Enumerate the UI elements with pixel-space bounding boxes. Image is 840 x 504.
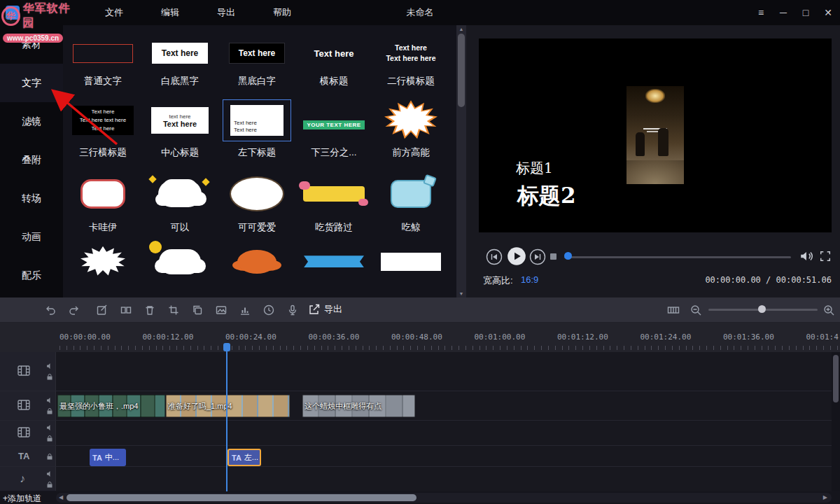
aspect-ratio-value[interactable]: 16:9 <box>521 274 538 285</box>
delete-icon[interactable] <box>143 303 157 317</box>
template-cell-9[interactable]: 前方高能 <box>372 99 449 161</box>
template-cell-11[interactable]: 可以 <box>141 172 218 236</box>
scrollbar-thumb[interactable] <box>66 494 416 501</box>
template-cell-5[interactable]: Text hereText here text hereText here三行横… <box>64 99 141 161</box>
track-volume-icon[interactable] <box>46 397 53 404</box>
track-lock-icon[interactable] <box>46 453 53 460</box>
template-cell-6[interactable]: text hereText here中心标题 <box>141 99 218 161</box>
track-lock-icon[interactable] <box>46 373 53 380</box>
track-header[interactable] <box>0 352 56 391</box>
seek-handle[interactable] <box>564 252 572 260</box>
template-thumb-frame <box>146 172 214 216</box>
template-cell-19[interactable] <box>372 246 449 298</box>
stop-button[interactable] <box>550 253 556 260</box>
template-cell-15[interactable] <box>64 246 141 298</box>
timeline-zoom-handle[interactable] <box>758 305 766 313</box>
template-cell-13[interactable]: 吃货路过 <box>295 172 372 236</box>
track-lock-icon[interactable] <box>46 407 53 414</box>
next-frame-button[interactable] <box>529 248 546 268</box>
undo-icon[interactable] <box>43 303 57 317</box>
template-cell-18[interactable] <box>295 246 372 298</box>
minimize-button[interactable]: ─ <box>777 7 790 18</box>
preview-status-row: 宽高比: 16:9 00:00:00.00 / 00:00:51.06 <box>466 272 840 290</box>
scroll-right-icon[interactable]: ▶ <box>823 494 827 500</box>
timeline-ruler[interactable]: 00:00:00.0000:00:12.0000:00:24.0000:00:3… <box>0 323 840 352</box>
template-cell-0[interactable]: 普通文字 <box>64 36 141 90</box>
template-cell-17[interactable] <box>218 246 295 298</box>
video-clip[interactable]: 这个蜡烛中框雕得有点 <box>302 395 415 417</box>
microphone-icon[interactable] <box>286 303 300 317</box>
scroll-down-icon[interactable]: ▼ <box>456 291 466 296</box>
template-cell-1[interactable]: Text here白底黑字 <box>141 36 218 90</box>
video-clip[interactable]: 准备好了吗_1.mp4 <box>166 395 290 417</box>
template-cell-3[interactable]: Text here横标题 <box>295 36 372 90</box>
track-header[interactable]: TA <box>0 446 56 466</box>
previous-frame-button[interactable] <box>486 248 503 268</box>
copy-icon[interactable] <box>190 303 204 317</box>
scroll-up-icon[interactable]: ▲ <box>456 27 466 31</box>
template-cell-8[interactable]: YOUR TEXT HERE下三分之... <box>295 99 372 161</box>
play-button[interactable] <box>507 246 526 269</box>
zoom-out-icon[interactable] <box>689 303 703 317</box>
video-clip[interactable]: 最坚强的小鲁班，.mp4 <box>57 395 165 417</box>
track-lane[interactable] <box>56 421 832 445</box>
chart-icon[interactable] <box>238 303 252 317</box>
text-clip[interactable]: TA中... <box>90 449 126 466</box>
track-header[interactable] <box>0 391 56 420</box>
fullscreen-icon[interactable] <box>819 250 832 265</box>
hamburger-menu-icon[interactable]: ≡ <box>755 7 767 18</box>
track-lane[interactable] <box>56 352 832 391</box>
track-lock-icon[interactable] <box>46 481 53 488</box>
template-cell-12[interactable]: 可可爱爱 <box>218 172 295 236</box>
track-volume-icon[interactable] <box>46 363 53 370</box>
menu-item-edit[interactable]: 编辑 <box>154 6 186 19</box>
close-button[interactable]: ✕ <box>822 7 834 18</box>
edit-icon[interactable] <box>95 303 109 317</box>
menu-item-export[interactable]: 导出 <box>210 6 242 19</box>
track-header[interactable] <box>0 421 56 445</box>
track-volume-icon[interactable] <box>46 470 53 477</box>
split-icon[interactable] <box>119 303 133 317</box>
template-cell-14[interactable]: 吃鲸 <box>372 172 449 236</box>
track-header[interactable]: ♪ <box>0 467 56 491</box>
text-lane[interactable] <box>56 446 832 466</box>
template-cell-4[interactable]: Text hereText here here二行横标题 <box>372 36 449 90</box>
seek-bar[interactable] <box>564 256 791 258</box>
export-button[interactable]: 导出 <box>308 303 342 316</box>
playhead[interactable] <box>226 344 227 491</box>
maximize-button[interactable]: □ <box>799 7 812 18</box>
fit-timeline-icon[interactable] <box>666 303 680 317</box>
sidebar-item-animation[interactable]: 动画 <box>0 218 63 256</box>
image-icon[interactable] <box>214 303 228 317</box>
sidebar-item-transition[interactable]: 转场 <box>0 179 63 218</box>
track-volume-icon[interactable] <box>46 424 53 431</box>
menu-item-file[interactable]: 文件 <box>98 6 130 19</box>
scrollbar-thumb[interactable] <box>833 355 839 402</box>
add-track-button[interactable]: +添加轨道 <box>3 493 41 504</box>
playhead-handle[interactable] <box>223 343 230 351</box>
sidebar-item-filter[interactable]: 滤镜 <box>0 102 63 141</box>
tracks-scrollbar-vertical[interactable] <box>832 352 840 491</box>
sidebar-item-music[interactable]: 配乐 <box>0 256 63 295</box>
volume-icon[interactable] <box>799 249 815 266</box>
clock-icon[interactable] <box>262 303 276 317</box>
template-cell-16[interactable] <box>141 246 218 298</box>
scrollbar-thumb[interactable] <box>458 34 465 107</box>
template-cell-2[interactable]: Text here黑底白字 <box>218 36 295 90</box>
timeline-scrollbar-horizontal[interactable]: ◀ ▶ <box>56 493 832 503</box>
crop-icon[interactable] <box>167 303 181 317</box>
redo-icon[interactable] <box>67 303 81 317</box>
chandelier-glow <box>645 89 665 103</box>
template-scrollbar[interactable]: ▲ ▼ <box>456 25 466 298</box>
track-lane[interactable] <box>56 467 832 491</box>
text-clip-selected[interactable]: TA左... <box>227 449 261 466</box>
sidebar-item-overlay[interactable]: 叠附 <box>0 141 63 179</box>
sidebar-item-text[interactable]: 文字 <box>0 64 63 102</box>
track-lock-icon[interactable] <box>46 435 53 442</box>
scroll-left-icon[interactable]: ◀ <box>59 494 63 500</box>
zoom-in-icon[interactable] <box>822 303 836 317</box>
menu-item-help[interactable]: 帮助 <box>266 6 298 19</box>
template-cell-7[interactable]: Text hereText here左下标题 <box>218 99 295 161</box>
template-thumb-art <box>381 253 441 271</box>
template-cell-10[interactable]: 卡哇伊 <box>64 172 141 236</box>
